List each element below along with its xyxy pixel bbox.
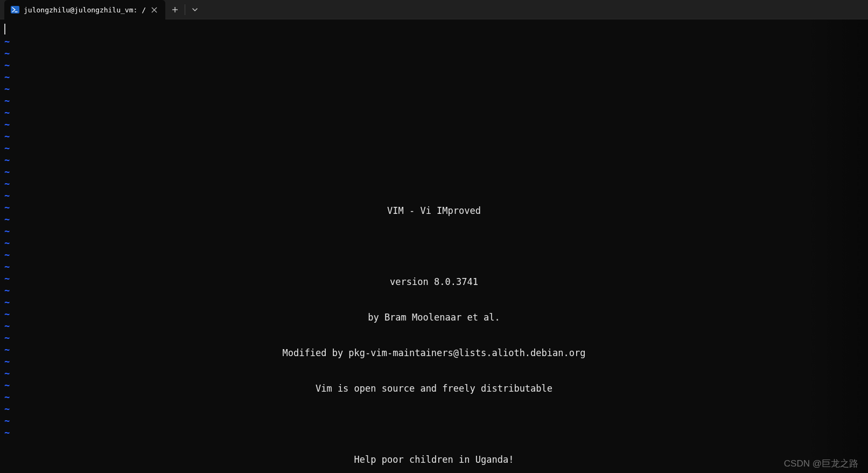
vim-charity: Help poor children in Uganda! [0,454,868,465]
tab-terminal[interactable]: julongzhilu@julongzhilu_vm: / [4,0,165,19]
blank-line [0,240,868,252]
vim-title: VIM - Vi IMproved [0,205,868,217]
vim-version: version 8.0.3741 [0,276,868,288]
close-icon[interactable] [150,5,159,14]
vim-author: by Bram Moolenaar et al. [0,311,868,323]
vim-modified: Modified by pkg-vim-maintainers@lists.al… [0,347,868,359]
tab-title: julongzhilu@julongzhilu_vm: / [24,6,146,14]
blank-line [0,418,868,430]
watermark: CSDN @巨龙之路 [784,457,858,470]
powershell-icon [11,5,19,14]
tab-dropdown-button[interactable] [185,0,205,19]
vim-splash: VIM - Vi IMproved version 8.0.3741 by Br… [0,181,868,473]
new-tab-button[interactable] [165,0,185,19]
terminal-viewport[interactable]: ~ ~ ~ ~ ~ ~ ~ ~ ~ ~ ~ ~ ~ ~ ~ ~ ~ ~ ~ ~ … [0,19,868,473]
window-titlebar: julongzhilu@julongzhilu_vm: / [0,0,868,19]
vim-license: Vim is open source and freely distributa… [0,382,868,394]
tab-strip: julongzhilu@julongzhilu_vm: / [0,0,165,19]
